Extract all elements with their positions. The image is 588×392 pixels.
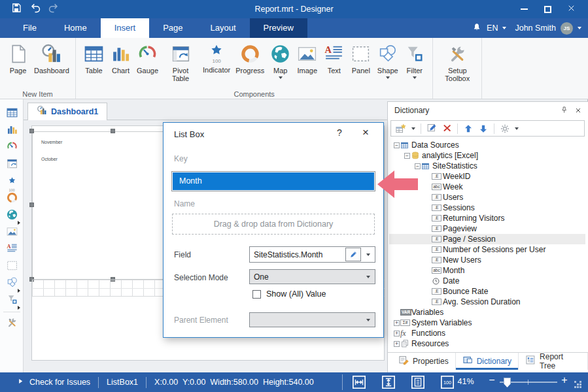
dialog-close-button[interactable]: × [357,126,374,140]
tree-item-new-users[interactable]: .ENew Users [389,255,585,265]
edit-button[interactable] [426,122,438,135]
dock-tab-report-tree[interactable]: Report Tree [519,353,588,370]
setup-toolbox-button[interactable]: Setup Toolbox [438,41,477,82]
tree-item-system-variables[interactable]: +Σ#System Variables [389,318,585,328]
tree-item-date[interactable]: Date [389,276,585,286]
new-item-caret-icon[interactable] [411,127,416,131]
tree-item-weekid[interactable]: .EWeekID [389,171,585,182]
document-tab-dashboard1[interactable]: Dashboard1 [27,103,107,120]
close-button[interactable] [564,3,578,16]
toolbox-setup-button[interactable] [0,315,24,332]
indicator-button[interactable]: 100Indicator [200,41,233,74]
avatar[interactable]: JS [561,22,573,35]
parent-element-combobox[interactable] [249,312,375,327]
language-caret-icon[interactable] [502,27,506,29]
pin-icon[interactable] [560,105,568,117]
show-all-checkbox[interactable] [252,290,261,299]
delete-button[interactable] [441,123,453,134]
undo-button[interactable] [29,3,43,16]
tab-layout[interactable]: Layout [197,18,250,38]
image-button[interactable]: Image [294,41,320,74]
resize-grip[interactable] [574,381,582,389]
maximize-button[interactable] [540,3,555,16]
tree-item-analytics-excel[interactable]: −analytics [Excel] [389,150,585,161]
fit-page-height-button[interactable] [381,375,396,389]
expander-minus[interactable]: − [393,142,400,148]
expander-minus[interactable]: − [404,153,411,159]
toolbox-shape-button[interactable] [0,275,24,292]
minimize-button[interactable] [517,3,531,16]
tree-item-functions[interactable]: +fxFunctions [389,328,585,338]
map-button[interactable]: Map [267,41,294,79]
progress-button[interactable]: Progress [233,41,267,74]
notifications-icon[interactable] [472,22,482,35]
tree-item-bounce-rate[interactable]: .EBounce Rate [389,286,585,297]
chart-button[interactable]: Chart [107,41,134,74]
settings-caret-icon[interactable] [514,127,519,131]
filter-button[interactable]: Filter [401,41,428,79]
tree-item-sessions[interactable]: .ESessions [389,203,585,213]
shape-button[interactable]: Shape [374,41,401,79]
panel-button[interactable]: Panel [347,41,374,74]
move-down-button[interactable] [477,123,489,135]
key-field[interactable]: Month [171,171,375,191]
toolbox-progress-button[interactable] [0,190,24,207]
user-name[interactable]: John Smith [515,24,556,33]
expander-plus[interactable]: + [393,341,400,347]
save-button[interactable] [9,3,24,16]
tree-item-data-sources[interactable]: −Data Sources [389,140,585,150]
toolbox-table-button[interactable] [0,105,24,122]
user-menu-caret-icon[interactable] [578,27,581,29]
selection-handle[interactable] [111,129,115,133]
toolbox-pivot-button[interactable] [0,156,24,173]
selection-mode-combobox[interactable]: One [249,269,375,284]
tree-item-resources[interactable]: +Resources [389,338,585,349]
fit-page-width-button[interactable] [352,375,366,389]
panel-close-icon[interactable] [574,105,582,117]
redo-button[interactable] [46,3,60,16]
zoom-slider-thumb[interactable] [504,378,511,387]
dialog-help-button[interactable]: ? [332,127,347,140]
new-item-button[interactable] [394,122,407,135]
tab-insert[interactable]: Insert [101,18,150,38]
name-dropzone[interactable]: Drag & drop data from Dictionary [172,214,375,235]
toolbox-map-button[interactable] [0,207,24,224]
toolbox-chart-button[interactable] [0,122,24,139]
tree-item-pageview[interactable]: .EPageview [389,223,585,234]
toolbox-indicator-button[interactable]: 100 [0,173,24,190]
tree-item-page-session[interactable]: .EPage / Session [389,234,585,244]
field-chevron-down-icon[interactable] [362,247,375,262]
selection-handle[interactable] [29,203,34,207]
fit-one-page-button[interactable] [411,375,425,389]
table-button[interactable]: Table [80,41,107,74]
pivot-table-button[interactable]: Pivot Table [161,41,200,82]
dock-tab-dictionary[interactable]: Dictionary [456,353,519,370]
tab-page[interactable]: Page [149,18,196,38]
expander-minus[interactable]: − [414,163,421,169]
tree-item-returning-visitors[interactable]: .EReturning Visitors [389,213,585,223]
expander-plus[interactable]: + [393,320,400,326]
tree-item-avg-session-duration[interactable]: .EAvg. Session Duration [389,297,585,307]
play-icon[interactable] [17,378,24,387]
check-for-issues-button[interactable]: Check for Issues [29,378,90,387]
tree-item-week[interactable]: abcWeek [389,182,585,192]
edit-expression-button[interactable] [345,248,361,261]
toolbox-gauge-button[interactable] [0,139,24,156]
tree-item-month[interactable]: abcMonth [389,265,585,276]
toolbox-panel-button[interactable] [0,258,24,275]
zoom-in-button[interactable]: + [559,374,570,389]
settings-button[interactable] [499,123,511,135]
toolbox-text-button[interactable]: A [0,241,24,258]
dashboard-button[interactable]: Dashboard [31,41,71,74]
tab-preview[interactable]: Preview [250,18,307,38]
move-up-button[interactable] [462,123,474,135]
tab-home[interactable]: Home [50,18,101,38]
tree-item-users[interactable]: .EUsers [389,192,585,203]
field-combobox[interactable]: SiteStatistics.Month [249,246,375,263]
toolbox-image-button[interactable] [0,224,24,241]
text-button[interactable]: AText [320,41,347,74]
expander-plus[interactable]: + [393,331,400,336]
language-selector[interactable]: EN [487,24,498,33]
toolbox-filter-button[interactable] [0,292,24,309]
tree-item-number-of-sessions-per-user[interactable]: .ENumber of Sessions per User [389,244,585,255]
